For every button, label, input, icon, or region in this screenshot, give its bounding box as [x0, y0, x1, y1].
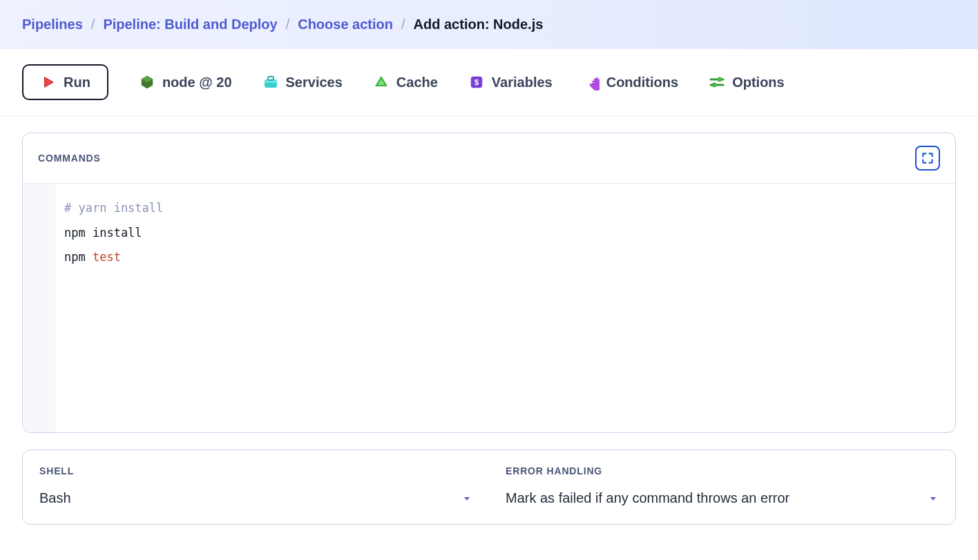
variables-icon: $ — [468, 74, 485, 90]
svg-point-10 — [718, 77, 722, 81]
tab-label: Options — [732, 75, 785, 90]
content-area: COMMANDS # yarn installnpm installnpm te… — [0, 116, 978, 541]
error-handling-label: ERROR HANDLING — [506, 465, 939, 476]
svg-point-12 — [712, 83, 716, 87]
tab-run[interactable]: Run — [22, 64, 108, 100]
node-icon — [139, 74, 155, 90]
fullscreen-icon — [921, 151, 934, 165]
breadcrumb-separator: / — [91, 17, 95, 32]
commands-panel: COMMANDS # yarn installnpm installnpm te… — [22, 133, 956, 433]
tab-label: Variables — [492, 75, 553, 90]
breadcrumb: Pipelines / Pipeline: Build and Deploy /… — [0, 0, 978, 49]
tabs: Run node @ 20 Services Cache $ Variables… — [0, 49, 978, 116]
shell-field: SHELL Bash — [23, 450, 489, 524]
play-icon — [40, 74, 57, 90]
expand-button[interactable] — [915, 146, 940, 171]
tab-label: Services — [286, 75, 343, 90]
tab-label: Conditions — [606, 75, 678, 90]
shell-select[interactable]: Bash — [39, 490, 472, 506]
dropdown-caret-icon — [461, 493, 472, 504]
tab-node[interactable]: node @ 20 — [139, 74, 232, 90]
commands-title: COMMANDS — [38, 153, 101, 164]
breadcrumb-separator: / — [401, 17, 405, 32]
breadcrumb-separator: / — [286, 17, 290, 32]
tab-label: Run — [64, 75, 90, 90]
svg-text:$: $ — [474, 78, 479, 86]
toolbox-icon — [262, 74, 279, 90]
shell-label: SHELL — [39, 465, 472, 476]
tab-label: node @ 20 — [162, 75, 232, 90]
tab-conditions[interactable]: IF Conditions — [583, 74, 678, 90]
tab-variables[interactable]: $ Variables — [468, 74, 553, 90]
tab-label: Cache — [396, 75, 438, 90]
cache-icon — [373, 74, 390, 90]
breadcrumb-current: Add action: Node.js — [414, 17, 544, 32]
error-handling-field: ERROR HANDLING Mark as failed if any com… — [489, 450, 955, 524]
editor-gutter — [23, 184, 56, 432]
dropdown-caret-icon — [928, 493, 939, 504]
conditions-icon: IF — [583, 74, 600, 90]
breadcrumb-link-choose-action[interactable]: Choose action — [298, 17, 393, 32]
error-handling-select[interactable]: Mark as failed if any command throws an … — [506, 490, 939, 506]
options-icon — [709, 74, 725, 90]
error-handling-value: Mark as failed if any command throws an … — [506, 490, 789, 506]
tab-services[interactable]: Services — [262, 74, 343, 90]
commands-editor[interactable]: # yarn installnpm installnpm test — [23, 184, 955, 432]
svg-rect-4 — [268, 77, 274, 80]
settings-row: SHELL Bash ERROR HANDLING Mark as failed… — [22, 450, 956, 525]
commands-header: COMMANDS — [23, 133, 955, 184]
editor-content[interactable]: # yarn installnpm installnpm test — [56, 184, 955, 432]
shell-value: Bash — [39, 490, 71, 506]
tab-cache[interactable]: Cache — [373, 74, 438, 90]
tab-options[interactable]: Options — [709, 74, 785, 90]
breadcrumb-link-pipelines[interactable]: Pipelines — [22, 17, 83, 32]
breadcrumb-link-pipeline-detail[interactable]: Pipeline: Build and Deploy — [103, 17, 277, 32]
svg-text:IF: IF — [588, 79, 595, 86]
